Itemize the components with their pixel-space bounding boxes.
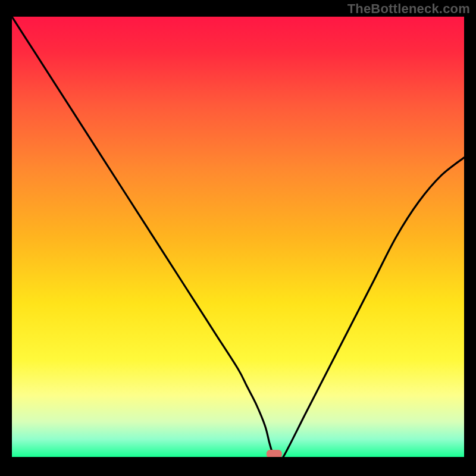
plot-area: [12, 17, 464, 457]
current-point-marker: [267, 450, 282, 457]
chart-stage: TheBottleneck.com: [0, 0, 476, 476]
chart-svg: [12, 17, 464, 457]
watermark-text: TheBottleneck.com: [347, 1, 470, 17]
